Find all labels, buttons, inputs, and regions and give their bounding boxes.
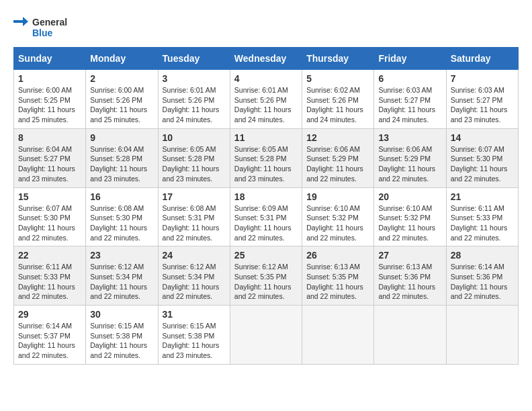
day-number: 9: [90, 132, 153, 143]
calendar-cell: 9Sunrise: 6:04 AMSunset: 5:28 PMDaylight…: [86, 128, 158, 187]
calendar-table: SundayMondayTuesdayWednesdayThursdayFrid…: [13, 47, 519, 365]
calendar-week-1: 1Sunrise: 6:00 AMSunset: 5:25 PMDaylight…: [14, 70, 519, 129]
day-info: Sunrise: 6:12 AMSunset: 5:35 PMDaylight:…: [234, 262, 298, 302]
day-info: Sunrise: 6:12 AMSunset: 5:34 PMDaylight:…: [163, 262, 226, 302]
day-info: Sunrise: 6:03 AMSunset: 5:27 PMDaylight:…: [378, 85, 441, 125]
svg-marker-0: [13, 17, 28, 26]
day-info: Sunrise: 6:02 AMSunset: 5:26 PMDaylight:…: [306, 85, 369, 125]
calendar-cell: 14Sunrise: 6:07 AMSunset: 5:30 PMDayligh…: [446, 128, 518, 187]
calendar-cell: 23Sunrise: 6:12 AMSunset: 5:34 PMDayligh…: [86, 246, 158, 306]
day-number: 27: [378, 250, 441, 261]
day-number: 22: [18, 250, 81, 261]
calendar-cell: 3Sunrise: 6:01 AMSunset: 5:26 PMDaylight…: [158, 70, 230, 129]
day-info: Sunrise: 6:03 AMSunset: 5:27 PMDaylight:…: [451, 85, 514, 125]
calendar-cell: 24Sunrise: 6:12 AMSunset: 5:34 PMDayligh…: [158, 246, 230, 306]
day-number: 13: [378, 132, 441, 143]
day-number: 16: [90, 191, 153, 202]
calendar-header-monday: Monday: [86, 48, 158, 70]
day-number: 18: [234, 191, 298, 202]
day-number: 28: [451, 250, 514, 261]
day-info: Sunrise: 6:11 AMSunset: 5:33 PMDaylight:…: [18, 262, 81, 302]
calendar-cell: 2Sunrise: 6:00 AMSunset: 5:26 PMDaylight…: [86, 70, 158, 129]
calendar-week-4: 22Sunrise: 6:11 AMSunset: 5:33 PMDayligh…: [14, 246, 519, 306]
calendar-cell: 5Sunrise: 6:02 AMSunset: 5:26 PMDaylight…: [302, 70, 374, 129]
day-number: 21: [451, 191, 514, 202]
day-info: Sunrise: 6:14 AMSunset: 5:36 PMDaylight:…: [451, 262, 514, 302]
day-info: Sunrise: 6:05 AMSunset: 5:28 PMDaylight:…: [163, 144, 226, 184]
calendar-header-tuesday: Tuesday: [158, 48, 230, 70]
calendar-header-thursday: Thursday: [302, 48, 374, 70]
calendar-cell: 31Sunrise: 6:15 AMSunset: 5:38 PMDayligh…: [158, 306, 230, 365]
calendar-cell: 1Sunrise: 6:00 AMSunset: 5:25 PMDaylight…: [14, 70, 86, 129]
calendar-cell: 30Sunrise: 6:15 AMSunset: 5:38 PMDayligh…: [86, 306, 158, 365]
calendar-cell: [230, 306, 302, 365]
day-number: 29: [18, 309, 81, 320]
day-number: 30: [90, 309, 153, 320]
day-info: Sunrise: 6:07 AMSunset: 5:30 PMDaylight:…: [451, 144, 514, 184]
calendar-cell: [302, 306, 374, 365]
page-header: GeneralBlue: [13, 13, 519, 40]
calendar-week-2: 8Sunrise: 6:04 AMSunset: 5:27 PMDaylight…: [14, 128, 519, 187]
day-number: 17: [163, 191, 226, 202]
calendar-cell: 19Sunrise: 6:10 AMSunset: 5:32 PMDayligh…: [302, 187, 374, 246]
calendar-cell: 7Sunrise: 6:03 AMSunset: 5:27 PMDaylight…: [446, 70, 518, 129]
calendar-cell: 25Sunrise: 6:12 AMSunset: 5:35 PMDayligh…: [230, 246, 302, 306]
day-number: 23: [90, 250, 153, 261]
day-info: Sunrise: 6:06 AMSunset: 5:29 PMDaylight:…: [378, 144, 441, 184]
calendar-cell: 29Sunrise: 6:14 AMSunset: 5:37 PMDayligh…: [14, 306, 86, 365]
calendar-cell: 17Sunrise: 6:08 AMSunset: 5:31 PMDayligh…: [158, 187, 230, 246]
day-info: Sunrise: 6:13 AMSunset: 5:35 PMDaylight:…: [306, 262, 369, 302]
day-info: Sunrise: 6:10 AMSunset: 5:32 PMDaylight:…: [378, 203, 441, 243]
day-info: Sunrise: 6:08 AMSunset: 5:31 PMDaylight:…: [163, 203, 226, 243]
calendar-week-5: 29Sunrise: 6:14 AMSunset: 5:37 PMDayligh…: [14, 306, 519, 365]
calendar-week-3: 15Sunrise: 6:07 AMSunset: 5:30 PMDayligh…: [14, 187, 519, 246]
svg-text:General: General: [32, 17, 67, 28]
day-number: 12: [306, 132, 369, 143]
day-info: Sunrise: 6:04 AMSunset: 5:27 PMDaylight:…: [18, 144, 81, 184]
day-info: Sunrise: 6:12 AMSunset: 5:34 PMDaylight:…: [90, 262, 153, 302]
day-info: Sunrise: 6:08 AMSunset: 5:30 PMDaylight:…: [90, 203, 153, 243]
calendar-cell: 26Sunrise: 6:13 AMSunset: 5:35 PMDayligh…: [302, 246, 374, 306]
calendar-header-sunday: Sunday: [14, 48, 86, 70]
calendar-cell: 16Sunrise: 6:08 AMSunset: 5:30 PMDayligh…: [86, 187, 158, 246]
calendar-header-friday: Friday: [374, 48, 446, 70]
day-info: Sunrise: 6:00 AMSunset: 5:26 PMDaylight:…: [90, 85, 153, 125]
calendar-header-row: SundayMondayTuesdayWednesdayThursdayFrid…: [14, 48, 519, 70]
day-info: Sunrise: 6:05 AMSunset: 5:28 PMDaylight:…: [234, 144, 298, 184]
calendar-cell: 22Sunrise: 6:11 AMSunset: 5:33 PMDayligh…: [14, 246, 86, 306]
calendar-cell: 20Sunrise: 6:10 AMSunset: 5:32 PMDayligh…: [374, 187, 446, 246]
day-info: Sunrise: 6:09 AMSunset: 5:31 PMDaylight:…: [234, 203, 298, 243]
calendar-cell: 13Sunrise: 6:06 AMSunset: 5:29 PMDayligh…: [374, 128, 446, 187]
day-info: Sunrise: 6:01 AMSunset: 5:26 PMDaylight:…: [163, 85, 226, 125]
calendar-cell: 27Sunrise: 6:13 AMSunset: 5:36 PMDayligh…: [374, 246, 446, 306]
logo: GeneralBlue: [13, 13, 67, 40]
day-number: 4: [234, 73, 298, 84]
day-info: Sunrise: 6:00 AMSunset: 5:25 PMDaylight:…: [18, 85, 81, 125]
calendar-cell: 18Sunrise: 6:09 AMSunset: 5:31 PMDayligh…: [230, 187, 302, 246]
calendar-cell: 28Sunrise: 6:14 AMSunset: 5:36 PMDayligh…: [446, 246, 518, 306]
day-number: 31: [163, 309, 226, 320]
logo-svg: GeneralBlue: [13, 13, 67, 40]
calendar-cell: 8Sunrise: 6:04 AMSunset: 5:27 PMDaylight…: [14, 128, 86, 187]
calendar-cell: [446, 306, 518, 365]
calendar-cell: 10Sunrise: 6:05 AMSunset: 5:28 PMDayligh…: [158, 128, 230, 187]
day-info: Sunrise: 6:04 AMSunset: 5:28 PMDaylight:…: [90, 144, 153, 184]
day-number: 1: [18, 73, 81, 84]
day-number: 26: [306, 250, 369, 261]
day-info: Sunrise: 6:01 AMSunset: 5:26 PMDaylight:…: [234, 85, 298, 125]
day-info: Sunrise: 6:10 AMSunset: 5:32 PMDaylight:…: [306, 203, 369, 243]
calendar-header-saturday: Saturday: [446, 48, 518, 70]
day-number: 10: [163, 132, 226, 143]
day-info: Sunrise: 6:14 AMSunset: 5:37 PMDaylight:…: [18, 321, 81, 361]
calendar-header-wednesday: Wednesday: [230, 48, 302, 70]
calendar-cell: 21Sunrise: 6:11 AMSunset: 5:33 PMDayligh…: [446, 187, 518, 246]
calendar-cell: [374, 306, 446, 365]
day-number: 3: [163, 73, 226, 84]
day-number: 8: [18, 132, 81, 143]
day-info: Sunrise: 6:11 AMSunset: 5:33 PMDaylight:…: [451, 203, 514, 243]
day-number: 20: [378, 191, 441, 202]
day-number: 19: [306, 191, 369, 202]
calendar-cell: 11Sunrise: 6:05 AMSunset: 5:28 PMDayligh…: [230, 128, 302, 187]
day-info: Sunrise: 6:07 AMSunset: 5:30 PMDaylight:…: [18, 203, 81, 243]
calendar-cell: 4Sunrise: 6:01 AMSunset: 5:26 PMDaylight…: [230, 70, 302, 129]
